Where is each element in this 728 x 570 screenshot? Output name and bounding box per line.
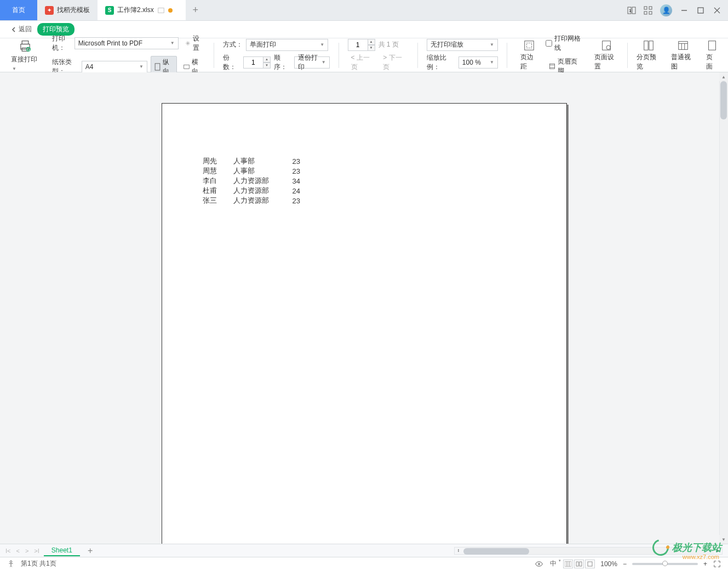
page-break-preview-button[interactable]: 分页预览 [632, 38, 665, 72]
back-label: 返回 [19, 25, 32, 34]
paper-value: A4 [85, 63, 94, 71]
page-down[interactable]: ▼ [368, 45, 375, 51]
copies-up[interactable]: ▲ [263, 56, 271, 62]
sheet-last[interactable]: >І [34, 548, 39, 554]
page-input[interactable] [348, 39, 368, 51]
portrait-icon [154, 63, 160, 71]
cell-val: 23 [290, 166, 302, 176]
margins-button[interactable]: 页边距 [516, 38, 542, 72]
cell-name: 李白 [200, 176, 231, 186]
separator [627, 43, 628, 68]
scroll-right-arrow[interactable]: ▶ [714, 548, 722, 554]
svg-rect-40 [580, 562, 582, 566]
page-spinner[interactable]: ▲▼ [348, 39, 375, 51]
sheet-bar: І< < > >І Sheet1 + ⫿ ◀ ▶ [0, 544, 728, 557]
ratio-value: 100 % [462, 59, 481, 66]
svg-rect-6 [644, 12, 647, 14]
printer-dropdown[interactable]: Microsoft Print to PDF▼ [74, 37, 179, 49]
settings-button[interactable]: 设置 [182, 33, 205, 54]
fullscreen-icon[interactable] [713, 560, 721, 568]
new-tab-button[interactable]: + [186, 0, 205, 20]
zoom-out-button[interactable]: − [623, 560, 627, 568]
svg-rect-5 [649, 7, 652, 9]
print-mode-group: 方式： 单面打印▼ 份数： ▲▼ 顺序： 逐份打印▼ [219, 39, 334, 72]
ime-icon[interactable]: 中▾ [549, 560, 558, 568]
sheet-next[interactable]: > [25, 548, 28, 554]
layout-icon[interactable]: 1 [627, 6, 636, 15]
paper-dropdown[interactable]: A4▼ [82, 61, 147, 73]
apps-icon[interactable] [644, 6, 652, 15]
preview-area: 周先人事部23 周慧人事部23 李白人力资源部34 杜甫人力资源部24 张三人力… [0, 72, 728, 544]
vertical-scrollbar[interactable]: ▲ ▼ [719, 72, 728, 544]
page-up[interactable]: ▲ [368, 39, 375, 45]
order-dropdown[interactable]: 逐份打印▼ [294, 56, 330, 69]
accessibility-icon[interactable] [7, 560, 15, 568]
user-avatar[interactable]: 👤 [660, 4, 672, 16]
svg-rect-19 [525, 41, 534, 50]
tab-window-icon[interactable] [157, 7, 165, 14]
direct-print-button[interactable]: 直接打印▼ [5, 37, 45, 73]
page-setup-button[interactable]: 页面设置 [590, 38, 623, 72]
add-sheet-button[interactable]: + [84, 546, 96, 556]
copies-input[interactable] [243, 56, 263, 69]
ribbon-toolbar: 直接打印▼ 打印机： Microsoft Print to PDF▼ 设置 纸张… [0, 38, 728, 72]
svg-point-25 [606, 45, 610, 49]
svg-point-33 [10, 560, 12, 562]
tab-template[interactable]: ✦ 找稻壳模板 [37, 0, 98, 20]
view-layout-button[interactable] [585, 560, 595, 568]
sheet-prev[interactable]: < [16, 548, 19, 554]
gridlines-checkbox[interactable]: 打印网格线 [546, 34, 583, 53]
scale-dropdown[interactable]: 无打印缩放▼ [427, 39, 498, 51]
ratio-dropdown[interactable]: 100 %▼ [458, 56, 498, 69]
eye-icon[interactable] [535, 560, 543, 568]
normal-view-button[interactable]: 普通视图 [667, 38, 700, 72]
tab-active-file[interactable]: S 工作簿2.xlsx [98, 0, 186, 20]
zoom-in-button[interactable]: + [703, 560, 707, 568]
h-scroll-thumb[interactable] [463, 548, 529, 555]
view-normal-button[interactable] [563, 560, 573, 568]
page-nav-group: ▲▼ 共 1 页 < 上一页 > 下一页 [343, 39, 413, 72]
mode-dropdown[interactable]: 单面打印▼ [246, 39, 328, 51]
order-label: 顺序： [274, 53, 291, 72]
maximize-button[interactable] [696, 6, 705, 15]
cell-name: 周慧 [200, 166, 231, 176]
tab-home-label: 首页 [12, 5, 25, 15]
svg-rect-28 [679, 41, 688, 49]
tab-home[interactable]: 首页 [0, 0, 37, 20]
sheet-name: Sheet1 [51, 546, 72, 554]
copies-label: 份数： [223, 53, 240, 72]
page-layout-button[interactable]: 页面 [702, 38, 723, 72]
copies-down[interactable]: ▼ [263, 62, 271, 69]
scroll-down-arrow[interactable]: ▼ [719, 535, 728, 544]
horizontal-scrollbar[interactable]: ⫿ ◀ ▶ [454, 547, 723, 555]
separator [339, 43, 339, 68]
back-button[interactable]: 返回 [11, 25, 32, 34]
copies-spinner[interactable]: ▲▼ [243, 56, 271, 69]
scale-value: 无打印缩放 [431, 40, 463, 49]
direct-print-label: 直接打印 [11, 55, 37, 63]
page-setup-icon [600, 39, 612, 52]
sheet-first[interactable]: І< [5, 548, 10, 554]
prev-page-button[interactable]: < 上一页 [348, 53, 377, 72]
sheet-nav: І< < > >І [5, 548, 39, 554]
scroll-split[interactable]: ⫿ [455, 548, 462, 554]
cell-val: 34 [290, 176, 302, 186]
scroll-thumb[interactable] [720, 81, 727, 119]
gear-icon [185, 39, 191, 47]
mode-label: 方式： [223, 40, 243, 49]
scroll-up-arrow[interactable]: ▲ [719, 72, 728, 81]
close-button[interactable] [713, 6, 721, 15]
svg-rect-13 [22, 41, 28, 44]
cell-name: 周先 [200, 156, 231, 166]
zoom-slider[interactable] [632, 563, 698, 565]
cell-dept: 人事部 [231, 156, 290, 166]
cell-dept: 人力资源部 [231, 196, 290, 206]
svg-rect-2 [632, 7, 635, 14]
gridlines-input[interactable] [546, 40, 552, 47]
view-page-button[interactable] [574, 560, 584, 568]
zoom-handle[interactable] [662, 561, 668, 566]
next-page-button[interactable]: > 下一页 [380, 53, 409, 72]
table-row: 周先人事部23 [200, 156, 302, 166]
sheet-tab-active[interactable]: Sheet1 [44, 545, 80, 556]
minimize-button[interactable] [680, 6, 689, 15]
